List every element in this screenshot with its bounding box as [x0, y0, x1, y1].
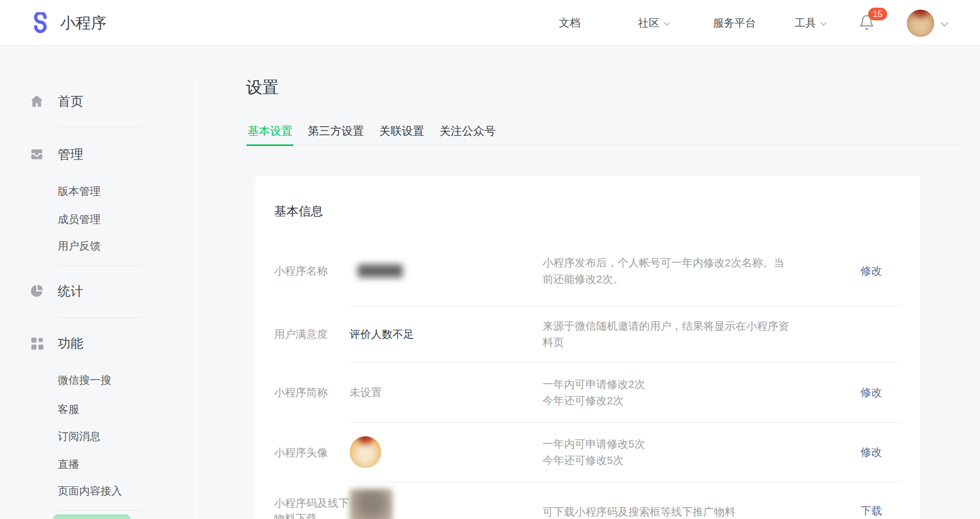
row-description: 一年内可申请修改5次 今年还可修改5次 [543, 436, 849, 468]
sidebar-item-page-content[interactable]: 页面内容接入 [58, 484, 122, 498]
grid-icon [29, 335, 44, 351]
tab-related-settings[interactable]: 关联设置 [378, 124, 425, 145]
card-heading: 基本信息 [274, 176, 901, 221]
material-blurred-image [350, 489, 393, 519]
table-row-app-avatar: 小程序头像 一年内可申请修改5次 今年还可修改5次 修改 [274, 423, 901, 482]
chevron-down-icon [664, 19, 670, 26]
tab-follow-official-account[interactable]: 关注公众号 [438, 124, 497, 145]
row-description: 一年内可申请修改2次 今年还可修改2次 [543, 376, 849, 409]
sidebar-item-user-feedback[interactable]: 用户反馈 [58, 239, 101, 253]
account-chevron-down-icon[interactable] [941, 19, 949, 27]
short-name-value: 未设置 [350, 385, 543, 400]
nav-tools[interactable]: 工具 [795, 0, 826, 46]
table-row-short-name: 小程序简称 未设置 一年内可申请修改2次 今年还可修改2次 修改 [274, 362, 901, 423]
sidebar-item-version-manage[interactable]: 版本管理 [58, 184, 101, 199]
sidebar-item-manage[interactable]: 管理 [58, 145, 83, 163]
miniprogram-logo-icon[interactable] [30, 12, 52, 35]
sidebar-item-live[interactable]: 直播 [58, 457, 79, 472]
sidebar-content-divider [197, 74, 198, 519]
modify-link[interactable]: 修改 [861, 385, 901, 400]
row-label: 小程序头像 [274, 445, 350, 460]
home-icon [29, 93, 44, 109]
app-avatar-image [350, 436, 381, 468]
nav-docs[interactable]: 文档 [559, 0, 580, 46]
nav-community[interactable]: 社区 [638, 0, 669, 46]
sidebar-item-customer-service[interactable]: 客服 [58, 402, 79, 416]
row-label: 用户满意度 [274, 327, 350, 342]
row-label: 小程序简称 [274, 385, 350, 400]
chevron-down-icon [820, 19, 827, 26]
sidebar-item-wechat-search[interactable]: 微信搜一搜 [58, 373, 111, 387]
tab-third-party-settings[interactable]: 第三方设置 [307, 124, 365, 145]
sidebar-item-home[interactable]: 首页 [58, 92, 83, 110]
sidebar-divider [58, 265, 142, 266]
sidebar-item-member-manage[interactable]: 成员管理 [58, 212, 101, 227]
row-label: 小程序码及线下物料下载 [274, 496, 350, 519]
top-header: 小程序 文档 社区 服务平台 工具 15 [0, 0, 980, 46]
row-description: 小程序发布后，个人帐号可一年内修改2次名称。当 前还能修改2次。 [543, 255, 849, 287]
notification-count-badge: 15 [868, 8, 887, 20]
sidebar-divider [58, 510, 142, 511]
satisfaction-value: 评价人数不足 [350, 327, 543, 341]
app-avatar-value [350, 436, 543, 468]
row-description: 来源于微信随机邀请的用户，结果将显示在小程序资 料页 [543, 318, 849, 351]
modify-link[interactable]: 修改 [861, 445, 901, 459]
material-value [350, 489, 543, 519]
sidebar-divider [58, 317, 142, 318]
inbox-icon [29, 146, 44, 162]
avatar-blurred-image [907, 10, 934, 37]
pie-chart-icon [29, 283, 44, 299]
app-name-blurred [358, 264, 403, 278]
row-label: 小程序名称 [274, 263, 350, 279]
app-title: 小程序 [60, 0, 106, 46]
modify-link[interactable]: 修改 [861, 264, 901, 278]
download-link[interactable]: 下载 [861, 504, 901, 518]
sidebar-item-subscribe-message[interactable]: 订阅消息 [58, 429, 101, 443]
table-row-user-satisfaction: 用户满意度 评价人数不足 来源于微信随机邀请的用户，结果将显示在小程序资 料页 [274, 306, 901, 362]
sidebar-item-features[interactable]: 功能 [58, 334, 83, 352]
user-avatar[interactable] [907, 10, 934, 37]
sidebar: 首页 管理 版本管理 成员管理 用户反馈 统计 功能 微信搜一搜 客服 订阅消息… [0, 46, 197, 519]
table-row-qr-material: 小程序码及线下物料下载 可下载小程序码及搜索框等线下推广物料 下载 [274, 482, 901, 519]
basic-info-card: 基本信息 小程序名称 小程序发布后，个人帐号可一年内修改2次名称。当 前还能修改… [255, 176, 920, 519]
nav-service-platform[interactable]: 服务平台 [713, 0, 756, 46]
sidebar-divider [58, 127, 142, 127]
page-title: 设置 [246, 77, 279, 99]
row-description: 可下载小程序码及搜索框等线下推广物料 [543, 504, 849, 519]
tab-basic-settings[interactable]: 基本设置 [247, 124, 293, 146]
settings-tab-bar: 基本设置 第三方设置 关联设置 关注公众号 [247, 124, 963, 145]
app-name-value [350, 264, 543, 278]
sidebar-item-statistics[interactable]: 统计 [58, 282, 83, 300]
table-row-app-name: 小程序名称 小程序发布后，个人帐号可一年内修改2次名称。当 前还能修改2次。 修… [274, 236, 901, 306]
sidebar-promo-peek [53, 514, 131, 519]
